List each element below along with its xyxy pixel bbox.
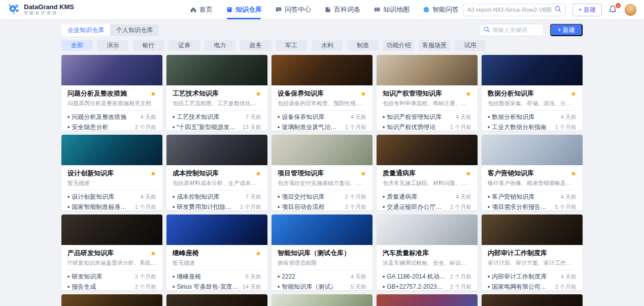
qa-center-icon xyxy=(275,6,282,13)
tab-enterprise-warehouse[interactable]: 企业知识仓库 xyxy=(61,24,110,36)
brand-logo[interactable]: DataGrand KMS 智能知识管理 xyxy=(7,2,96,17)
filter-chip-11[interactable]: 试用 xyxy=(455,40,486,51)
kb-doc-item[interactable]: •报告生成2 个月前 xyxy=(67,282,156,290)
favorite-star-icon[interactable]: ★ xyxy=(465,170,471,177)
kb-doc-item[interactable]: •成本控制知识库7 天前 xyxy=(173,192,261,202)
favorite-star-icon[interactable]: ★ xyxy=(150,250,156,257)
kb-doc-item[interactable]: •设计创新知识库4 天前 xyxy=(67,192,156,202)
kb-doc-item[interactable]: •工艺技术知识库7 天前 xyxy=(173,112,261,122)
kb-card[interactable]: 成本控制知识库★包括原材料成本分析、生产成本核算、成本优化...•成本控制知识库… xyxy=(166,135,267,210)
kb-card[interactable]: 项目管理知识库★包含项目交付实施基础方案论、公司成本、进度...•项目交付知识库… xyxy=(272,135,372,210)
filter-chip-1[interactable]: 演示 xyxy=(97,40,128,51)
filter-chip-3[interactable]: 证券 xyxy=(168,40,199,51)
favorite-star-icon[interactable]: ★ xyxy=(570,90,577,97)
user-avatar[interactable] xyxy=(624,4,637,16)
favorite-star-icon[interactable]: ★ xyxy=(255,90,261,97)
new-knowledge-base-button[interactable]: + 新建 xyxy=(550,24,583,36)
kb-doc-item[interactable]: •国家智能制造标准体系建设指南1 个月前 xyxy=(67,202,156,210)
kb-card[interactable]: 智能知识库（测试仓库）拥有管理员权限•22224 天前•智能知识库（测试）5 天… xyxy=(272,215,372,290)
kb-doc-time: 7 天前 xyxy=(246,193,261,201)
filter-chip-8[interactable]: 制造 xyxy=(347,40,378,51)
nav-item-wiki[interactable]: 百科词条 xyxy=(324,0,360,19)
kb-doc-item[interactable]: •问题分析及整改措施4 天前 xyxy=(67,112,156,122)
favorite-star-icon[interactable]: ★ xyxy=(360,170,366,177)
favorite-star-icon[interactable]: ★ xyxy=(570,170,577,177)
notification-bell-icon[interactable]: 2 xyxy=(608,5,618,14)
kb-card[interactable]: 产品研发知识库★IT研发知识库涵盖需求分析、系统设计、编码规...•研发知识库2… xyxy=(61,215,162,290)
nav-item-smart-qa[interactable]: 智能问答 xyxy=(423,0,459,19)
kb-card[interactable] xyxy=(166,294,267,306)
filter-chip-2[interactable]: 银行 xyxy=(133,40,164,51)
kb-doc-item[interactable]: •继峰座椅5 天前 xyxy=(173,271,261,282)
nav-item-qa-center[interactable]: 问答中心 xyxy=(275,0,311,19)
kb-card[interactable]: 汽车质量标准库涉及车辆测试检验、安全、标识、车辆零部件、...•GA 1186-… xyxy=(377,215,478,290)
kb-doc-item[interactable]: •项目启动会流程2 个月前 xyxy=(278,202,366,210)
kb-card[interactable]: 质量通病库★包含常见施工缺陷、材料问题、工艺疏漏及整改...•质量通病库4 天前… xyxy=(377,135,478,210)
kb-card[interactable] xyxy=(272,294,372,306)
favorite-star-icon[interactable]: ★ xyxy=(255,250,261,257)
kb-card[interactable]: 数据分析知识库★包括数据采集、存储、清洗、分析和可视化等内...•数据分析知识库… xyxy=(482,55,583,131)
kb-card[interactable]: 客户营销知识库★银行客户画像、精准营销策略及数字化渠道管理...•客户营销知识库… xyxy=(482,135,583,210)
nav-item-label: 智能问答 xyxy=(432,5,459,14)
filter-chip-7[interactable]: 水利 xyxy=(312,40,343,51)
favorite-star-icon[interactable]: ★ xyxy=(255,170,261,177)
filter-chip-0[interactable]: 全部 xyxy=(61,40,92,51)
kb-doc-item[interactable]: •22224 天前 xyxy=(278,271,366,282)
kb-doc-time: 4 天前 xyxy=(141,113,156,121)
kb-card[interactable]: 设备保养知识库★包括设备的日常检查、预防性维护计划、故障诊...•设备保养知识库… xyxy=(272,55,372,131)
kb-card-title: 继峰座椅 xyxy=(173,249,199,258)
kb-card[interactable] xyxy=(482,294,583,306)
kb-doc-item[interactable]: •设备保养知识库4 天前 xyxy=(278,112,366,122)
nav-item-home[interactable]: 首页 xyxy=(190,0,213,19)
kb-doc-item[interactable]: •智能知识库（测试）5 天前 xyxy=(278,282,366,290)
tab-personal-warehouse[interactable]: 个人知识仓库 xyxy=(110,24,159,36)
kb-card[interactable] xyxy=(61,294,162,306)
kb-card-title: 内部审计工作制度库 xyxy=(488,249,547,258)
favorite-star-icon[interactable]: ★ xyxy=(360,90,366,97)
search-icon[interactable] xyxy=(555,5,561,14)
kb-doc-item[interactable]: •玻璃制造业废气治理工程技术规...1 个月前 xyxy=(278,122,366,131)
kb-card[interactable]: 设计创新知识库★暂无描述•设计创新知识库4 天前•国家智能制造标准体系建设指南1… xyxy=(61,135,162,210)
kb-doc-item[interactable]: •GB+22757.2-2023轻型汽车能源...2 个月前 xyxy=(383,282,471,290)
kb-card[interactable]: 问题分析及整改措施★问题原因分析及整改措施相关文档•问题分析及整改措施4 天前•… xyxy=(61,55,162,131)
kb-doc-item[interactable]: •工业大数据分析指南1 个月前 xyxy=(488,122,577,131)
keyword-search-input[interactable]: 请输入关键词 xyxy=(479,24,544,36)
kb-doc-item[interactable]: •客户营销知识库4 天前 xyxy=(488,192,577,202)
kb-doc-item[interactable]: •交通运输部办公厅关于2016年下...2 个月前 xyxy=(383,202,471,210)
kb-doc-name: •设备保养知识库 xyxy=(278,113,324,121)
kb-doc-item[interactable]: •知识产权管理知识库4 天前 xyxy=(383,112,471,122)
filter-chip-6[interactable]: 军工 xyxy=(276,40,307,51)
nav-item-knowledge-map[interactable]: 知识地图 xyxy=(374,0,410,19)
nav-item-knowledge-repo[interactable]: 知识仓库 xyxy=(226,0,262,19)
kb-doc-item[interactable]: •研发费用加计扣除政策执行指引...1 个月前 xyxy=(173,202,261,210)
filter-chip-5[interactable]: 政务 xyxy=(240,40,271,51)
favorite-star-icon[interactable]: ★ xyxy=(465,90,471,97)
kb-card[interactable]: 知识产权管理知识库★包括专利申请流程、商标注册、知识产权保护策...•知识产权管… xyxy=(377,55,478,131)
filter-chip-10[interactable]: 客服场景 xyxy=(419,40,450,51)
favorite-star-icon[interactable]: ★ xyxy=(150,90,156,97)
kb-card[interactable]: 内部审计工作制度库审计计划、审计方案、审计工作程序、审计质量•内部审计工作制度库… xyxy=(482,215,583,290)
card-cover-image xyxy=(61,55,162,85)
kb-doc-item[interactable]: •项目交付知识库2 个月前 xyxy=(278,192,366,202)
kb-card[interactable]: 继峰座椅★暂无描述•继峰座椅5 天前•Sirius 窄条鼓包-宽度不均匀14 天… xyxy=(166,215,267,290)
kb-doc-item[interactable]: •Sirius 窄条鼓包-宽度不均匀14 天前 xyxy=(173,282,261,290)
favorite-star-icon[interactable]: ★ xyxy=(150,170,156,177)
kb-card[interactable] xyxy=(377,294,478,306)
global-search-input[interactable]: A3 report-NIO-Sirius-Row2-VB阶... xyxy=(463,4,566,16)
header-new-button[interactable]: + 新建 xyxy=(572,4,602,16)
kb-card[interactable]: 工艺技术知识库★包括工艺流程图、工艺参数优化、新材料应用、...•工艺技术知识库… xyxy=(166,55,267,131)
kb-doc-item[interactable]: •项目需求分析报告编制提纲5 个月前 xyxy=(488,202,577,210)
kb-doc-item[interactable]: •研发知识库2 个月前 xyxy=(67,271,156,282)
kb-doc-item[interactable]: •数据分析知识库4 天前 xyxy=(488,112,577,122)
kb-doc-item[interactable]: •质量通病库4 天前 xyxy=(383,192,471,202)
kb-doc-item[interactable]: •知识产权优势理论1 个月前 xyxy=(383,122,471,131)
kb-doc-item[interactable]: •内部审计工作制度库4 天前 xyxy=(488,271,577,282)
kb-doc-item[interactable]: •安全隐患分析2 个月前 xyxy=(67,122,156,131)
kb-doc-item[interactable]: •“十四五”新型能源发展实施方案13 天前 xyxy=(173,122,261,131)
kb-doc-item[interactable]: •国家电网有限公司固定资产管理...2 个月前 xyxy=(488,282,577,290)
kb-doc-item[interactable]: •GA 1186-2014 机动车安全技术...2 个月前 xyxy=(383,271,471,282)
top-header: DataGrand KMS 智能知识管理 首页知识仓库问答中心百科词条知识地图智… xyxy=(0,0,644,19)
filter-chip-9[interactable]: 功能介绍 xyxy=(383,40,414,51)
kb-doc-name: •知识产权优势理论 xyxy=(383,123,435,131)
filter-chip-4[interactable]: 电力 xyxy=(205,40,235,51)
